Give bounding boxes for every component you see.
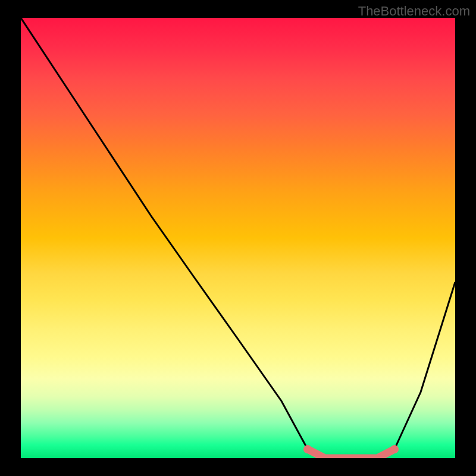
optimal-zone-marker xyxy=(308,449,394,458)
bottleneck-curve xyxy=(21,18,455,458)
plot-area xyxy=(21,18,455,458)
watermark-text: TheBottleneck.com xyxy=(358,4,470,19)
chart-svg xyxy=(21,18,455,458)
marker-dot xyxy=(303,445,312,453)
marker-dot xyxy=(390,445,399,453)
